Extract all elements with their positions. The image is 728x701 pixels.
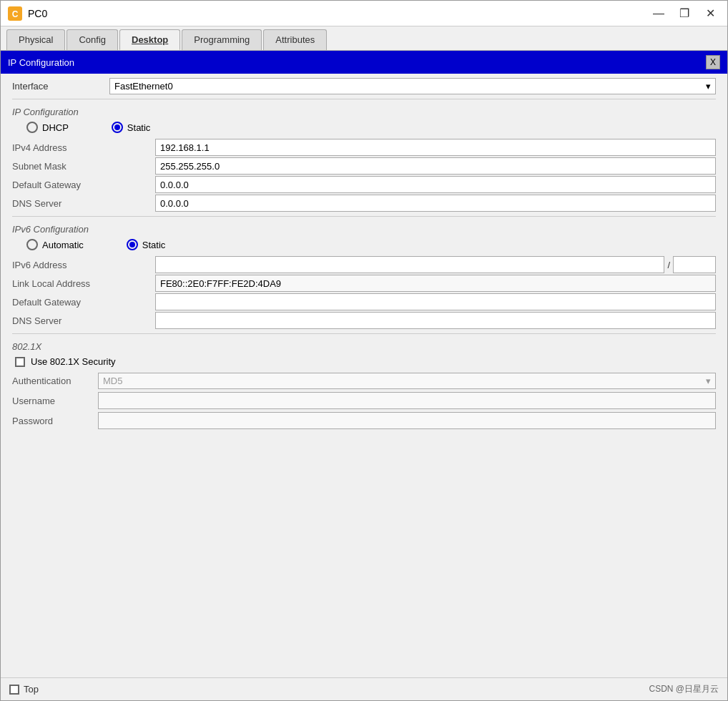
ipv6-slash: /: [664, 260, 673, 270]
static-radio[interactable]: Static: [112, 122, 151, 133]
interface-value: FastEthernet0: [114, 81, 173, 92]
main-window: C PC0 — ❐ ✕ Physical Config Desktop Prog…: [0, 0, 728, 701]
minimize-button[interactable]: —: [649, 5, 669, 22]
username-row: Username: [12, 392, 716, 409]
auth-value: MD5: [103, 376, 122, 386]
title-bar: C PC0 — ❐ ✕: [1, 1, 727, 26]
ipv6-static-radio[interactable]: Static: [127, 239, 166, 250]
auth-label: Authentication: [12, 376, 98, 386]
top-label: Top: [24, 684, 39, 695]
static-radio-circle: [112, 122, 123, 133]
ipv6-gateway-input[interactable]: [155, 293, 716, 310]
ipv4-gateway-row: Default Gateway: [12, 176, 716, 193]
top-checkbox[interactable]: [9, 685, 19, 695]
interface-label: Interface: [12, 81, 98, 92]
ipv6-section-title: IPv6 Configuration: [12, 224, 716, 235]
password-label: Password: [12, 416, 98, 426]
ipv4-address-label: IPv4 Address: [12, 139, 155, 156]
divider-1: [12, 216, 716, 217]
tab-desktop[interactable]: Desktop: [119, 29, 180, 50]
tab-config[interactable]: Config: [67, 29, 118, 50]
username-label: Username: [12, 396, 98, 406]
auth-dropdown-icon: ▾: [706, 376, 711, 386]
subnet-mask-label: Subnet Mask: [12, 158, 155, 175]
divider-2: [12, 333, 716, 334]
subnet-mask-input[interactable]: [155, 157, 716, 175]
ipv6-dns-input[interactable]: [155, 312, 716, 329]
app-icon: C: [8, 6, 22, 21]
dhcp-radio[interactable]: DHCP: [26, 122, 69, 133]
password-input[interactable]: [98, 412, 716, 429]
ipv6-prefix-input[interactable]: [673, 256, 716, 273]
main-content: IP Configuration X Interface FastEtherne…: [1, 51, 727, 677]
dot1x-checkbox-row: Use 802.1X Security: [15, 356, 716, 367]
interface-row: Interface FastEthernet0 ▾: [12, 74, 716, 99]
ipv6-address-row: IPv6 Address /: [12, 256, 716, 273]
window-title: PC0: [28, 8, 47, 19]
dot1x-label: Use 802.1X Security: [31, 356, 116, 367]
svg-text:C: C: [12, 9, 19, 19]
bottom-bar: Top CSDN @日星月云: [1, 677, 727, 700]
watermark: CSDN @日星月云: [649, 683, 719, 695]
tab-physical[interactable]: Physical: [6, 29, 65, 50]
ipv4-dns-input[interactable]: [155, 195, 716, 212]
ipv6-static-label: Static: [142, 240, 166, 250]
ipv6-static-radio-circle: [127, 239, 138, 250]
auth-row: Authentication MD5 ▾: [12, 373, 716, 389]
ip-config-title: IP Configuration: [8, 57, 74, 68]
dot1x-section-title: 802.1X: [12, 341, 716, 352]
link-local-input[interactable]: [155, 275, 716, 292]
ip-config-close[interactable]: X: [706, 55, 720, 69]
bottom-left: Top: [9, 684, 39, 695]
ipv6-address-input[interactable]: [155, 256, 664, 273]
ipv6-auto-radio-circle: [26, 239, 38, 250]
tab-attributes[interactable]: Attributes: [263, 29, 327, 50]
ipv6-dns-row: DNS Server: [12, 312, 716, 329]
dot1x-checkbox[interactable]: [15, 357, 25, 367]
tab-bar: Physical Config Desktop Programming Attr…: [1, 26, 727, 51]
username-input[interactable]: [98, 392, 716, 409]
ipv4-dns-row: DNS Server: [12, 195, 716, 212]
ipv4-gateway-input[interactable]: [155, 176, 716, 193]
title-bar-controls: — ❐ ✕: [649, 5, 720, 22]
auth-select[interactable]: MD5 ▾: [98, 373, 716, 389]
ipv6-dns-label: DNS Server: [12, 313, 155, 329]
form-area: Interface FastEthernet0 ▾ IP Configurati…: [1, 74, 727, 677]
static-label: Static: [127, 122, 151, 133]
maximize-button[interactable]: ❐: [674, 5, 694, 22]
ip-config-header: IP Configuration X: [1, 51, 727, 74]
dhcp-label: DHCP: [42, 122, 69, 133]
link-local-row: Link Local Address: [12, 275, 716, 292]
ipv6-auto-label: Automatic: [42, 240, 84, 250]
subnet-mask-row: Subnet Mask: [12, 157, 716, 175]
ipv6-radio-row: Automatic Static: [26, 239, 716, 250]
ipv4-dns-label: DNS Server: [12, 195, 155, 212]
ipv4-radio-row: DHCP Static: [26, 122, 716, 133]
ipv6-gateway-label: Default Gateway: [12, 294, 155, 310]
password-row: Password: [12, 412, 716, 429]
dhcp-radio-circle: [26, 122, 38, 133]
title-bar-left: C PC0: [8, 6, 47, 21]
ipv4-address-input[interactable]: [155, 139, 716, 156]
ipv4-section-title: IP Configuration: [12, 107, 716, 117]
ipv6-auto-radio[interactable]: Automatic: [26, 239, 84, 250]
interface-dropdown-icon: ▾: [706, 81, 711, 92]
link-local-label: Link Local Address: [12, 275, 155, 292]
ipv6-gateway-row: Default Gateway: [12, 293, 716, 310]
close-button[interactable]: ✕: [700, 5, 720, 22]
interface-select[interactable]: FastEthernet0 ▾: [109, 78, 716, 94]
ipv4-address-row: IPv4 Address: [12, 139, 716, 156]
ipv6-address-label: IPv6 Address: [12, 257, 155, 273]
tab-programming[interactable]: Programming: [182, 29, 262, 50]
ipv4-gateway-label: Default Gateway: [12, 177, 155, 193]
